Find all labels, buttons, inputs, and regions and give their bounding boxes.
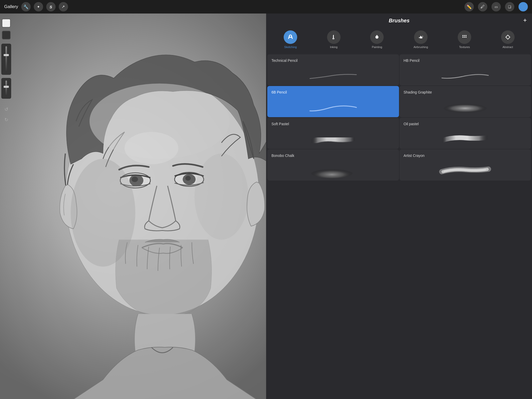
svg-point-5 bbox=[131, 177, 138, 182]
wrench-button[interactable]: 🔧 bbox=[21, 2, 31, 11]
smudge-icon: S bbox=[50, 5, 52, 9]
wrench-icon: 🔧 bbox=[23, 4, 29, 9]
svg-point-11 bbox=[124, 132, 178, 164]
opacity-slider[interactable] bbox=[1, 44, 11, 75]
magic-button[interactable]: ✦ bbox=[34, 2, 43, 11]
slider-thumb bbox=[4, 54, 9, 56]
sketch-portrait bbox=[0, 14, 266, 200]
size-slider[interactable] bbox=[1, 78, 11, 99]
transform-button[interactable]: ↗ bbox=[59, 2, 68, 11]
size-slider-thumb bbox=[4, 86, 9, 88]
slider-track bbox=[5, 46, 7, 72]
undo-button[interactable]: ↺ bbox=[2, 105, 11, 114]
svg-point-8 bbox=[185, 176, 191, 181]
gallery-button[interactable]: Gallery bbox=[4, 4, 18, 9]
size-slider-track bbox=[5, 81, 7, 96]
top-toolbar: Gallery 🔧 ✦ S ↗ ✏️ 🖊 ▭ ❑ bbox=[0, 0, 266, 14]
canvas-area[interactable]: ↺ ↻ Brushes + Sketching bbox=[0, 14, 266, 200]
left-sidebar: ↺ ↻ bbox=[0, 19, 12, 124]
primary-color-swatch[interactable] bbox=[2, 19, 11, 28]
transform-icon: ↗ bbox=[62, 4, 65, 9]
secondary-color-swatch[interactable] bbox=[2, 31, 11, 39]
toolbar-left: Gallery 🔧 ✦ S ↗ bbox=[4, 2, 68, 11]
portrait-canvas[interactable]: ↺ ↻ bbox=[0, 14, 266, 200]
magic-icon: ✦ bbox=[37, 5, 40, 9]
undo-redo-group: ↺ ↻ bbox=[2, 105, 11, 124]
redo-button[interactable]: ↻ bbox=[2, 115, 11, 124]
smudge-button[interactable]: S bbox=[46, 2, 56, 11]
